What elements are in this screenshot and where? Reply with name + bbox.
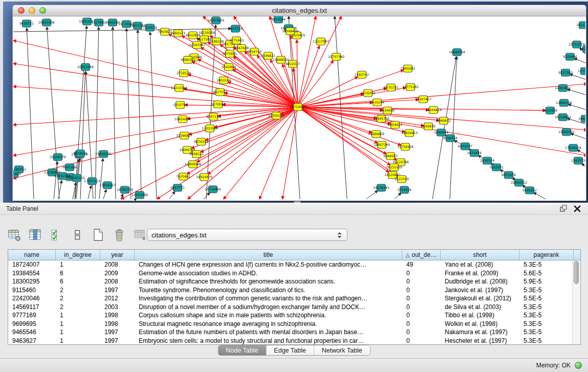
graph-node[interactable]: 9227343 [558, 69, 573, 76]
tab-network-table[interactable]: Network Table [314, 345, 370, 355]
table-cell[interactable]: Tourette syndrome. Phenomenology and cla… [135, 287, 402, 294]
table-cell[interactable]: 5.3E-5 [519, 303, 574, 311]
graph-node[interactable]: 19654923 [401, 129, 418, 137]
graph-node[interactable]: 9170043 [211, 101, 225, 108]
table-cell[interactable]: Jankovic et al. (1997) [441, 287, 519, 294]
graph-node[interactable]: 9474444 [467, 149, 482, 157]
table-row[interactable]: 1830029562008Estimation of significance … [8, 277, 580, 286]
graph-node[interactable]: 9699695 [421, 123, 435, 130]
graph-node[interactable]: 7485083 [401, 65, 415, 72]
column-header[interactable]: in_degree [56, 250, 100, 260]
table-cell[interactable]: 18300295 [8, 278, 56, 285]
graph-node[interactable]: 16210643 [555, 114, 571, 121]
graph-node[interactable]: 8186328 [209, 38, 224, 45]
table-cell[interactable]: 2 [56, 303, 100, 311]
table-cell[interactable]: Hescheler et al. (1997) [441, 337, 519, 344]
minimize-button[interactable] [29, 7, 35, 14]
graph-node[interactable]: 1810754 [173, 101, 187, 108]
graph-node[interactable]: 8471676 [502, 171, 516, 179]
table-cell[interactable]: 0 [402, 287, 441, 294]
table-cell[interactable]: 1997 [100, 337, 135, 344]
close-icon[interactable] [574, 205, 581, 212]
graph-node[interactable]: 11644614 [425, 106, 442, 114]
table-cell[interactable]: 0 [402, 337, 441, 344]
graph-node[interactable]: 8267150 [206, 113, 221, 120]
graph-node[interactable]: 21606505 [95, 150, 112, 158]
table-row[interactable]: 1872400712008Changes of HCN gene express… [8, 260, 580, 269]
graph-node[interactable]: 8466160 [105, 19, 120, 26]
table-cell[interactable]: 0 [402, 312, 441, 319]
table-cell[interactable]: 6 [56, 270, 100, 277]
table-cell[interactable]: 9777169 [8, 312, 56, 319]
table-cell[interactable]: de Silva et al. (2003) [441, 303, 519, 311]
graph-node[interactable]: 1733426 [397, 186, 411, 193]
graph-node[interactable]: 11353584 [202, 125, 218, 132]
table-cell[interactable]: 1998 [100, 312, 135, 319]
graph-node[interactable]: 12444156 [556, 99, 572, 106]
table-cell[interactable]: 5.6E-5 [519, 270, 574, 277]
graph-node[interactable]: 8575155 [384, 84, 398, 91]
table-cell[interactable]: 5.3E-5 [519, 320, 574, 327]
table-cell[interactable]: 14569117 [8, 303, 56, 311]
graph-node[interactable]: 9329966 [563, 53, 577, 60]
graph-node[interactable]: 1443723 [578, 115, 585, 122]
table-cell[interactable]: 2003 [100, 303, 135, 311]
table-cell[interactable]: 5.3E-5 [519, 337, 574, 344]
graph-node[interactable]: 9435572 [19, 20, 34, 27]
table-cell[interactable]: Corpus callosum shape and size in male p… [135, 312, 402, 319]
scrollbar-thumb[interactable] [574, 261, 579, 284]
graph-node[interactable]: 2718126 [177, 70, 191, 77]
table-cell[interactable]: 1 [56, 320, 100, 327]
table-cell[interactable]: 0 [402, 329, 441, 336]
table-cell[interactable]: 49 [402, 261, 441, 268]
table-row[interactable]: 946554611997Estimation of the future num… [8, 328, 580, 337]
column-header[interactable]: pagerank [519, 250, 574, 260]
table-cell[interactable]: Disruption of a novel member of a sodium… [135, 303, 402, 311]
graph-node[interactable]: 7632621 [489, 164, 504, 171]
table-cell[interactable]: 1 [56, 312, 100, 319]
table-cell[interactable]: Yano et al. (2008) [441, 261, 519, 268]
graph-node[interactable]: 2803144 [216, 77, 231, 84]
table-cell[interactable]: Wolkin et al. (1998) [441, 320, 519, 327]
graph-node[interactable]: 10797340 [328, 53, 344, 60]
graph-node[interactable]: 9242848 [222, 63, 236, 71]
table-cell[interactable]: 9465546 [8, 329, 56, 336]
graph-node[interactable]: 17016504 [565, 144, 581, 151]
graph-node[interactable]: 19756928 [397, 143, 413, 150]
column-header[interactable]: name [8, 250, 56, 260]
column-header[interactable]: △out_de… [402, 250, 441, 260]
graph-node[interactable]: 19654937 [175, 116, 191, 123]
delete-table-icon[interactable] [133, 228, 147, 242]
network-canvas[interactable]: 9435572206914061065328715276028466160107… [13, 16, 585, 201]
table-mode-icon[interactable] [7, 228, 21, 242]
table-cell[interactable]: 19384554 [8, 270, 56, 277]
table-cell[interactable]: 0 [402, 278, 441, 285]
table-cell[interactable]: 2 [56, 295, 100, 302]
close-button[interactable] [18, 7, 25, 14]
table-row[interactable]: 969969511998Structural magnetic resonanc… [8, 320, 580, 329]
column-visibility-icon[interactable] [28, 228, 42, 242]
table-cell[interactable]: 0 [402, 270, 441, 277]
graph-node[interactable]: 8878334 [194, 138, 208, 145]
table-cell[interactable]: 22420046 [8, 295, 56, 302]
table-cell[interactable]: 5.3E-5 [519, 312, 574, 319]
graph-node[interactable]: 16648784 [449, 49, 465, 56]
table-cell[interactable]: 1 [56, 261, 100, 268]
table-cell[interactable]: 5.3E-5 [519, 261, 574, 268]
table-cell[interactable]: 6 [56, 278, 100, 285]
vertical-scrollbar[interactable] [572, 260, 580, 344]
graph-node[interactable]: 12809948 [185, 161, 201, 168]
graph-node[interactable]: 10688609 [368, 130, 384, 138]
graph-node[interactable]: 7625402 [176, 173, 190, 180]
graph-node[interactable]: 12213343 [171, 84, 187, 92]
graph-node[interactable]: 18226058 [199, 29, 215, 36]
table-cell[interactable]: 1998 [100, 320, 135, 327]
table-cell[interactable]: 9463627 [8, 337, 56, 344]
tab-node-table[interactable]: Node Table [218, 345, 266, 355]
column-header[interactable]: short [441, 250, 519, 260]
table-cell[interactable]: 1 [56, 337, 100, 344]
graph-node[interactable]: 2935114 [480, 157, 494, 164]
column-header[interactable]: year [100, 250, 135, 260]
table-cell[interactable]: Structural magnetic resonance image aver… [135, 320, 402, 327]
delete-column-icon[interactable] [112, 228, 126, 242]
